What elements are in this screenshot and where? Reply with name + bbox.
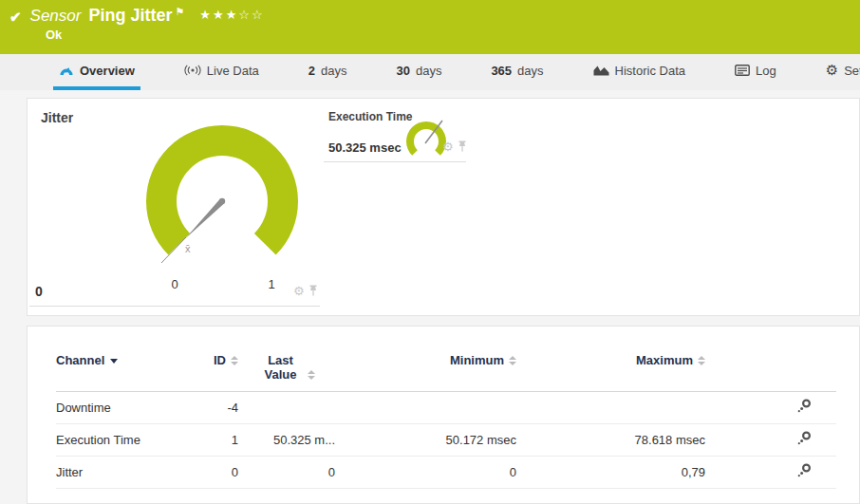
gauges-panel: Jitter x̄ 0 1 0 ⚙ Execution Time 50.325 … <box>27 98 860 316</box>
jitter-scale-max: 1 <box>264 277 279 291</box>
stars-empty: ☆☆ <box>238 8 264 22</box>
column-header-last-value-label: Last Value <box>259 353 303 382</box>
sort-icon <box>509 356 516 365</box>
jitter-scale-min: 0 <box>167 277 182 291</box>
channel-name-cell: Jitter <box>56 457 179 489</box>
sort-icon <box>308 370 315 380</box>
channel-last-value-cell: 50.325 m... <box>238 424 335 457</box>
channel-maximum-cell: 78.618 msec <box>516 424 705 457</box>
settings-gear-icon: ⚙ <box>826 64 838 77</box>
tab-365-days-number: 365 <box>491 64 512 78</box>
channel-minimum-cell: 50.172 msec <box>335 424 516 457</box>
table-header-row: Channel ID Last Value Minimum Maximum <box>56 351 836 392</box>
tab-historic-data-label: Historic Data <box>615 64 685 78</box>
column-header-minimum[interactable]: Minimum <box>335 351 516 392</box>
tab-historic-data[interactable]: Historic Data <box>588 54 691 90</box>
channel-minimum-cell: 0 <box>335 457 516 489</box>
channel-last-value-cell <box>238 392 335 424</box>
tab-bar: Overview Live Data 2 days 30 days 365 da… <box>0 54 860 90</box>
table-row[interactable]: Downtime -4 <box>56 392 836 424</box>
tab-live-data-label: Live Data <box>207 64 259 78</box>
sensor-title: Ping Jitter <box>88 6 172 26</box>
execution-module-divider <box>324 161 466 162</box>
table-row[interactable]: Execution Time 1 50.325 m... 50.172 msec… <box>56 424 836 457</box>
tab-30-days-unit: days <box>416 64 441 78</box>
column-header-minimum-label: Minimum <box>450 353 504 367</box>
column-header-channel-label: Channel <box>56 353 104 367</box>
tab-365-days-unit: days <box>517 64 543 78</box>
tab-live-data[interactable]: Live Data <box>178 54 265 90</box>
tab-2-days-number: 2 <box>308 64 315 78</box>
channel-name-cell: Execution Time <box>56 424 179 457</box>
stars-filled: ★★★ <box>199 8 238 22</box>
sort-desc-icon <box>110 359 118 364</box>
sensor-overview-page: ✔ Sensor Ping Jitter ⚑ ★★★☆☆ Ok Overview… <box>0 0 860 504</box>
channel-id-cell: 0 <box>179 457 238 489</box>
column-header-maximum[interactable]: Maximum <box>516 351 705 392</box>
channels-panel: Channel ID Last Value Minimum Maximum <box>27 326 860 504</box>
gauge-icon <box>59 64 74 77</box>
historic-chart-icon <box>593 65 609 76</box>
tab-log-label: Log <box>756 64 776 78</box>
channel-settings-wrench-icon[interactable] <box>796 399 812 417</box>
channel-minimum-cell <box>335 392 516 424</box>
column-header-maximum-label: Maximum <box>636 353 693 367</box>
tab-settings[interactable]: ⚙ Settings <box>820 54 860 90</box>
channel-id-cell: -4 <box>179 392 238 424</box>
column-header-channel[interactable]: Channel <box>56 351 179 392</box>
sort-icon <box>231 356 238 365</box>
sensor-category-label: Sensor <box>30 7 82 26</box>
tab-2-days[interactable]: 2 days <box>303 54 353 90</box>
jitter-gauge-title: Jitter <box>41 110 73 125</box>
pin-icon[interactable] <box>308 285 318 297</box>
jitter-module-divider <box>29 306 320 307</box>
column-header-id-label: ID <box>214 353 226 367</box>
channel-maximum-cell <box>516 392 705 424</box>
priority-flag-icon: ⚑ <box>175 6 184 18</box>
gauge-settings-gear-icon[interactable]: ⚙ <box>293 285 305 297</box>
column-header-tools <box>705 351 836 392</box>
jitter-current-value: 0 <box>35 284 43 299</box>
sensor-status-text: Ok <box>46 28 62 42</box>
channel-maximum-cell: 0,79 <box>516 457 705 489</box>
tab-30-days-number: 30 <box>396 64 409 78</box>
sensor-header: ✔ Sensor Ping Jitter ⚑ ★★★☆☆ Ok <box>0 0 860 54</box>
status-ok-check-icon: ✔ <box>9 9 22 26</box>
channel-settings-wrench-icon[interactable] <box>796 431 812 449</box>
channels-table: Channel ID Last Value Minimum Maximum <box>56 351 836 489</box>
column-header-id[interactable]: ID <box>179 351 238 392</box>
tab-2-days-unit: days <box>321 64 346 78</box>
sensor-title-row: ✔ Sensor Ping Jitter ⚑ ★★★☆☆ <box>9 6 265 26</box>
tab-overview-label: Overview <box>80 64 135 78</box>
sort-icon <box>698 356 705 365</box>
channel-id-cell: 1 <box>179 424 238 457</box>
log-icon <box>735 65 750 76</box>
channel-name-cell: Downtime <box>56 392 179 424</box>
live-data-icon <box>184 65 201 76</box>
execution-current-value: 50.325 msec <box>328 140 402 155</box>
channel-settings-wrench-icon[interactable] <box>796 463 812 481</box>
gauge-settings-gear-icon[interactable]: ⚙ <box>442 140 454 153</box>
execution-module-icons: ⚙ <box>442 140 467 153</box>
tab-settings-label: Settings <box>844 64 860 78</box>
tab-log[interactable]: Log <box>729 54 782 90</box>
jitter-gauge <box>137 120 312 290</box>
tab-overview[interactable]: Overview <box>53 54 140 90</box>
pin-icon[interactable] <box>458 140 467 153</box>
tab-365-days[interactable]: 365 days <box>485 54 549 90</box>
jitter-mean-marker: x̄ <box>185 243 191 254</box>
jitter-module-icons: ⚙ <box>293 285 318 297</box>
priority-stars[interactable]: ★★★☆☆ <box>199 8 264 22</box>
column-header-last-value[interactable]: Last Value <box>238 351 335 392</box>
tab-30-days[interactable]: 30 days <box>390 54 447 90</box>
table-row[interactable]: Jitter 0 0 0 0,79 <box>56 457 836 489</box>
channel-last-value-cell: 0 <box>238 457 335 489</box>
